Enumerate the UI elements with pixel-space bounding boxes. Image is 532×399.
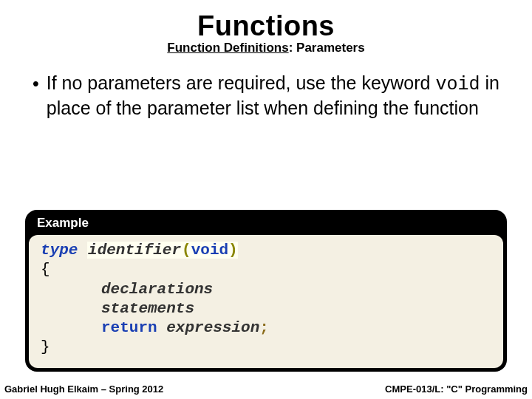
example-box: Example type identifier(void) { declarat…: [25, 210, 507, 372]
bullet-code-keyword: void: [435, 74, 480, 95]
bullet-text-pre: If no parameters are required, use the k…: [47, 72, 436, 93]
code-declarations: declarations: [101, 281, 213, 298]
code-type-kw: type: [41, 242, 78, 259]
slide-title: Functions: [25, 10, 507, 42]
code-lbrace: {: [41, 261, 50, 278]
code-return-kw: return: [101, 319, 157, 336]
code-line-4: statements: [41, 299, 491, 318]
code-line-1: type identifier(void): [41, 241, 491, 260]
example-header: Example: [27, 211, 505, 235]
bullet-item: • If no parameters are required, use the…: [33, 72, 505, 119]
code-identifier: identifier: [87, 242, 182, 259]
code-statements: statements: [101, 300, 194, 317]
bullet-list: • If no parameters are required, use the…: [25, 72, 507, 119]
code-line-5: return expression;: [41, 318, 491, 338]
code-line-2: {: [41, 260, 491, 279]
bullet-dot-icon: •: [33, 72, 39, 119]
code-line-3: declarations: [41, 280, 491, 299]
subtitle-underlined: Function Definitions: [167, 41, 288, 55]
code-void-keyword: void: [191, 242, 228, 259]
code-expression: expression: [166, 319, 259, 336]
code-rparen: ): [228, 242, 238, 259]
slide: Functions Function Definitions: Paramete…: [0, 0, 532, 399]
code-lparen: (: [182, 242, 191, 259]
code-semicolon: ;: [259, 319, 269, 336]
footer-left: Gabriel Hugh Elkaim – Spring 2012: [4, 383, 163, 395]
example-code: type identifier(void) { declarations sta…: [29, 235, 503, 368]
code-rbrace: }: [41, 338, 50, 355]
footer-right: CMPE-013/L: "C" Programming: [385, 383, 528, 395]
subtitle-rest: : Parameters: [289, 41, 365, 55]
slide-subtitle: Function Definitions: Parameters: [25, 41, 507, 55]
bullet-text: If no parameters are required, use the k…: [47, 72, 505, 119]
code-line-6: }: [41, 338, 491, 357]
